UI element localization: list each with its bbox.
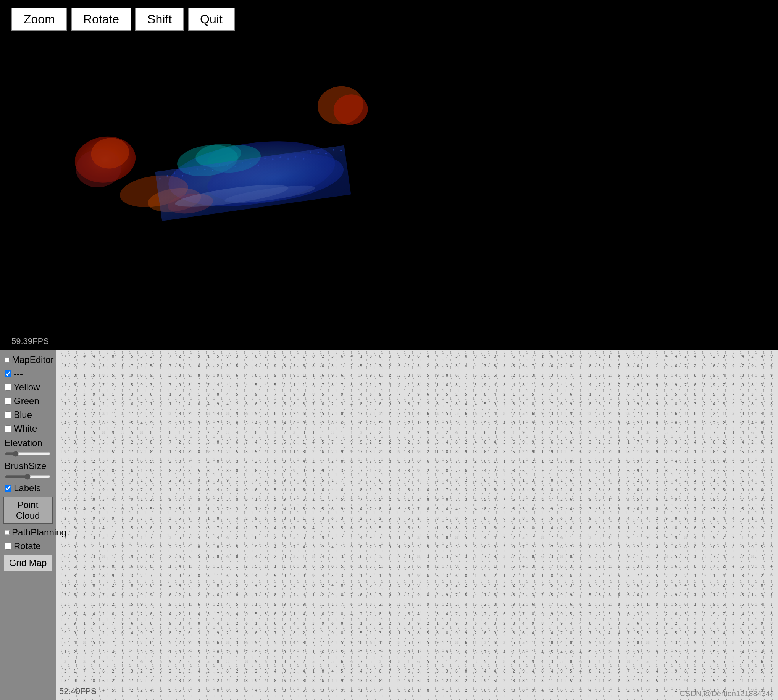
blue-row: Blue: [3, 409, 53, 421]
shift-button[interactable]: Shift: [135, 8, 184, 31]
rotate-sidebar-checkbox[interactable]: [5, 543, 12, 550]
blue-checkbox[interactable]: [5, 412, 12, 418]
white-checkbox[interactable]: [5, 425, 12, 432]
brush-size-label: BrushSize: [3, 459, 53, 472]
rotate-button[interactable]: Rotate: [71, 8, 131, 31]
path-planning-checkbox[interactable]: [5, 529, 10, 536]
dash-row: ---: [3, 368, 53, 380]
zoom-button[interactable]: Zoom: [12, 8, 67, 31]
dash-label[interactable]: ---: [14, 368, 23, 379]
blue-label[interactable]: Blue: [14, 410, 32, 420]
yellow-checkbox[interactable]: [5, 384, 12, 391]
toolbar: Zoom Rotate Shift Quit: [12, 8, 235, 31]
path-planning-label[interactable]: PathPlanning: [12, 527, 67, 538]
labels-label[interactable]: Labels: [14, 483, 41, 493]
point-cloud-svg: [0, 30, 778, 350]
map-editor-checkbox[interactable]: [5, 357, 10, 363]
labels-row: Labels: [3, 482, 53, 494]
point-cloud-viewer: Zoom Rotate Shift Quit: [0, 0, 778, 350]
green-checkbox[interactable]: [5, 398, 12, 405]
path-planning-row: PathPlanning: [3, 526, 53, 538]
point-cloud-button[interactable]: Point Cloud: [3, 497, 53, 524]
grid-canvas: [57, 350, 778, 700]
quit-button[interactable]: Quit: [188, 8, 235, 31]
green-label[interactable]: Green: [14, 396, 39, 407]
dash-checkbox[interactable]: [5, 370, 12, 377]
green-row: Green: [3, 395, 53, 407]
elevation-label: Elevation: [3, 436, 53, 448]
watermark: CSDN @Demon121884344: [680, 689, 774, 698]
point-cloud-canvas: [0, 30, 778, 350]
rotate-sidebar-label[interactable]: Rotate: [14, 541, 41, 552]
yellow-row: Yellow: [3, 381, 53, 393]
yellow-label[interactable]: Yellow: [14, 382, 40, 393]
map-editor-label[interactable]: MapEditor: [12, 355, 53, 365]
rotate-row: Rotate: [3, 540, 53, 552]
fps-bottom-display: 52.40FPS: [59, 686, 97, 696]
bottom-section: MapEditor --- Yellow Green Blue White El…: [0, 350, 778, 700]
white-row: White: [3, 423, 53, 435]
sidebar: MapEditor --- Yellow Green Blue White El…: [0, 350, 57, 700]
brush-size-slider[interactable]: [5, 474, 50, 480]
map-editor-row: MapEditor: [3, 354, 53, 366]
elevation-slider[interactable]: [5, 451, 50, 457]
grid-map-area: [57, 350, 778, 700]
grid-map-button[interactable]: Grid Map: [3, 555, 53, 572]
fps-top-display: 59.39FPS: [12, 336, 49, 346]
svg-rect-0: [0, 32, 778, 349]
white-label[interactable]: White: [14, 423, 37, 434]
labels-checkbox[interactable]: [5, 485, 12, 492]
